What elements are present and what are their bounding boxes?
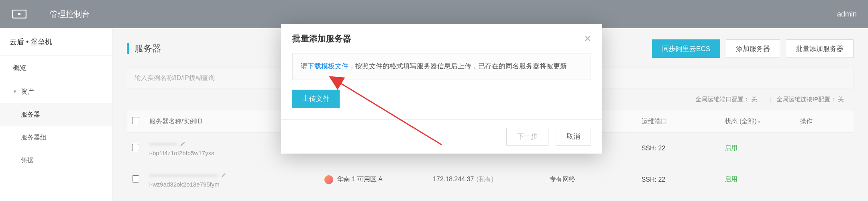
select-all-checkbox[interactable] <box>132 117 139 124</box>
add-server-button[interactable]: 添加服务器 <box>726 39 780 58</box>
cell-port: SSH: 22 <box>637 133 720 164</box>
instance-id: i-wz9ad32ok2o13e795fym <box>149 181 315 188</box>
cell-name: —————————— i-wz9ad32ok2o13e795fym <box>145 164 320 195</box>
cell-ip: 172.18.244.37(私有) <box>428 164 545 195</box>
next-step-button[interactable]: 下一步 <box>506 128 548 146</box>
modal-footer: 下一步 取消 <box>281 119 602 154</box>
modal-body: 请下载模板文件，按照文件的格式填写服务器信息后上传，已存在的同名服务器将被更新 … <box>281 51 602 119</box>
region-icon <box>324 175 333 184</box>
title-accent-bar <box>127 43 129 54</box>
cell-port: SSH: 22 <box>637 164 720 195</box>
cell-status: 启用 <box>720 133 795 164</box>
svg-rect-1 <box>18 13 20 15</box>
close-icon[interactable]: × <box>585 33 591 44</box>
global-ip-value[interactable]: 关 <box>838 96 844 103</box>
modal-header: 批量添加服务器 × <box>281 24 602 51</box>
sidebar-item-assets[interactable]: 资产 <box>0 80 112 103</box>
col-checkbox <box>127 111 145 133</box>
col-status[interactable]: 状态 (全部) <box>720 111 795 133</box>
col-port: 运维端口 <box>637 111 720 133</box>
global-ip-label: 全局运维连接IP配置： <box>776 96 836 103</box>
cell-region: 华南 1 可用区 A <box>320 164 428 195</box>
cancel-button[interactable]: 取消 <box>556 128 591 146</box>
sidebar-item-overview[interactable]: 概览 <box>0 56 112 80</box>
cell-status: 启用 <box>720 164 795 195</box>
row-checkbox[interactable] <box>132 175 139 183</box>
upload-file-button[interactable]: 上传文件 <box>292 90 340 108</box>
hint-box: 请下载模板文件，按照文件的格式填写服务器信息后上传，已存在的同名服务器将被更新 <box>292 53 591 80</box>
bulk-add-modal: 批量添加服务器 × 请下载模板文件，按照文件的格式填写服务器信息后上传，已存在的… <box>281 24 602 154</box>
download-template-link[interactable]: 下载模板文件 <box>308 62 348 70</box>
global-port-value[interactable]: 关 <box>751 96 757 103</box>
cell-ops[interactable] <box>795 164 854 195</box>
sidebar-sub-servers[interactable]: 服务器 <box>0 103 112 126</box>
header-actions: 同步阿里云ECS 添加服务器 批量添加服务器 <box>652 39 854 58</box>
sidebar: 云盾 • 堡垒机 概览 资产 服务器 服务器组 凭据 <box>0 28 112 201</box>
sidebar-sub-credentials[interactable]: 凭据 <box>0 149 112 172</box>
cell-ops[interactable] <box>795 133 854 164</box>
sync-ecs-button[interactable]: 同步阿里云ECS <box>652 39 720 58</box>
sidebar-brand: 云盾 • 堡垒机 <box>0 28 112 56</box>
sidebar-sub-server-groups[interactable]: 服务器组 <box>0 126 112 149</box>
modal-title: 批量添加服务器 <box>292 33 351 44</box>
edit-icon[interactable] <box>180 141 185 147</box>
edit-icon[interactable] <box>221 172 226 178</box>
col-ops: 操作 <box>795 111 854 133</box>
cell-net-type: 专有网络 <box>545 164 637 195</box>
global-port-label: 全局运维端口配置： <box>695 96 750 103</box>
console-title: 管理控制台 <box>50 9 837 20</box>
table-row: —————————— i-wz9ad32ok2o13e795fym 华南 1 可… <box>127 164 854 195</box>
app-logo <box>11 8 27 20</box>
bulk-add-server-button[interactable]: 批量添加服务器 <box>786 39 854 58</box>
row-checkbox[interactable] <box>132 144 139 151</box>
current-user[interactable]: admin <box>837 10 857 18</box>
